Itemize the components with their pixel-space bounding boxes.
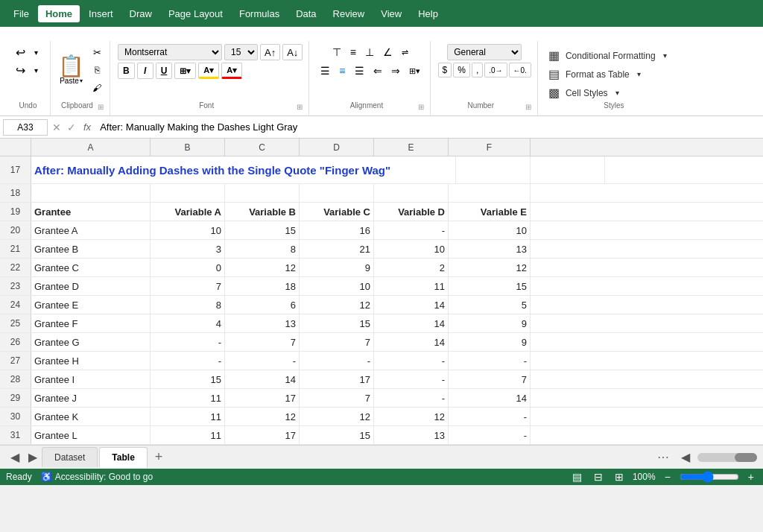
cell-b27[interactable]: - xyxy=(151,352,225,370)
currency-btn[interactable]: $ xyxy=(438,63,452,77)
cell-d20[interactable]: 16 xyxy=(300,221,374,239)
cell-f28[interactable]: 7 xyxy=(449,370,531,388)
cut-button[interactable]: ✂ xyxy=(90,44,104,60)
cell-c31[interactable]: 17 xyxy=(225,426,300,444)
font-color-button[interactable]: A▾ xyxy=(221,63,242,79)
col-header-d[interactable]: D xyxy=(300,139,374,156)
increase-indent-btn[interactable]: ⇒ xyxy=(387,63,404,79)
cell-a22[interactable]: Grantee C xyxy=(31,259,151,276)
cell-e30[interactable]: 12 xyxy=(374,408,449,425)
menu-page-layout[interactable]: Page Layout xyxy=(161,5,230,22)
cell-b28[interactable]: 15 xyxy=(151,370,225,388)
cell-c29[interactable]: 17 xyxy=(225,389,300,407)
decrease-indent-btn[interactable]: ⇐ xyxy=(370,63,386,79)
cell-a29[interactable]: Grantee J xyxy=(31,389,151,407)
sheet-nav-next[interactable]: ▶ xyxy=(24,449,42,466)
underline-button[interactable]: U xyxy=(156,63,173,79)
cell-b23[interactable]: 7 xyxy=(151,277,225,295)
normal-view-btn[interactable]: ▤ xyxy=(569,469,585,484)
cell-f21[interactable]: 13 xyxy=(449,240,531,258)
cell-c20[interactable]: 15 xyxy=(225,221,300,239)
font-expand[interactable]: ⊞ xyxy=(297,103,303,111)
align-left-btn[interactable]: ☰ xyxy=(317,63,334,79)
align-right-btn[interactable]: ☰ xyxy=(351,63,368,79)
cell-f18[interactable] xyxy=(449,184,531,202)
col-header-f[interactable]: F xyxy=(449,139,531,156)
cell-d19[interactable]: Variable C xyxy=(300,203,374,221)
cell-f24[interactable]: 5 xyxy=(449,296,531,314)
cell-f30[interactable]: - xyxy=(449,408,531,425)
percent-btn[interactable]: % xyxy=(453,63,470,77)
cell-d22[interactable]: 9 xyxy=(300,259,374,276)
page-layout-btn[interactable]: ⊟ xyxy=(591,469,606,484)
cell-b30[interactable]: 11 xyxy=(151,408,225,425)
merge-btn[interactable]: ⊞▾ xyxy=(405,63,424,79)
cell-a21[interactable]: Grantee B xyxy=(31,240,151,258)
menu-view[interactable]: View xyxy=(373,5,409,22)
number-expand[interactable]: ⊞ xyxy=(525,103,531,111)
cell-a18[interactable] xyxy=(31,184,151,202)
cell-f25[interactable]: 9 xyxy=(449,314,531,332)
cell-b29[interactable]: 11 xyxy=(151,389,225,407)
cell-e29[interactable]: - xyxy=(374,389,449,407)
cell-d25[interactable]: 15 xyxy=(300,314,374,332)
cell-e27[interactable]: - xyxy=(374,352,449,370)
cell-a28[interactable]: Grantee I xyxy=(31,370,151,388)
cell-e21[interactable]: 10 xyxy=(374,240,449,258)
cell-e31[interactable]: 13 xyxy=(374,426,449,444)
menu-home[interactable]: Home xyxy=(38,5,80,22)
align-center-btn[interactable]: ≡ xyxy=(335,63,349,79)
cell-reference-input[interactable] xyxy=(3,119,48,136)
cell-a30[interactable]: Grantee K xyxy=(31,408,151,425)
paste-button[interactable]: 📋 Paste▾ xyxy=(58,56,84,85)
cell-d23[interactable]: 10 xyxy=(300,277,374,295)
cell-c18[interactable] xyxy=(225,184,300,202)
copy-button[interactable]: ⎘ xyxy=(90,62,104,78)
cell-a25[interactable]: Grantee F xyxy=(31,314,151,332)
cell-c25[interactable]: 13 xyxy=(225,314,300,332)
cell-d28[interactable]: 17 xyxy=(300,370,374,388)
comma-btn[interactable]: , xyxy=(472,63,483,77)
cell-c27[interactable]: - xyxy=(225,352,300,370)
fill-color-button[interactable]: A▾ xyxy=(198,63,219,79)
conditional-formatting-btn[interactable]: ▦ Conditional Formatting ▾ xyxy=(545,47,670,64)
border-button[interactable]: ⊞▾ xyxy=(174,63,196,79)
cell-a17[interactable]: After: Manually Adding Dashes with the S… xyxy=(31,156,456,183)
redo-dropdown[interactable]: ▾ xyxy=(31,62,42,78)
cell-a24[interactable]: Grantee E xyxy=(31,296,151,314)
font-family-select[interactable]: Montserrat xyxy=(118,44,222,60)
cell-d31[interactable]: 15 xyxy=(300,426,374,444)
cell-c30[interactable]: 12 xyxy=(225,408,300,425)
cell-d30[interactable]: 12 xyxy=(300,408,374,425)
sheet-nav-prev[interactable]: ◀ xyxy=(6,449,24,466)
menu-review[interactable]: Review xyxy=(326,5,373,22)
menu-insert[interactable]: Insert xyxy=(81,5,121,22)
cell-b25[interactable]: 4 xyxy=(151,314,225,332)
cell-f31[interactable]: - xyxy=(449,426,531,444)
cell-d21[interactable]: 21 xyxy=(300,240,374,258)
bold-button[interactable]: B xyxy=(118,63,135,79)
cell-f20[interactable]: 10 xyxy=(449,221,531,239)
sheet-tab-table[interactable]: Table xyxy=(99,447,147,468)
cell-e19[interactable]: Variable D xyxy=(374,203,449,221)
cell-e26[interactable]: 14 xyxy=(374,333,449,351)
cell-c19[interactable]: Variable B xyxy=(225,203,300,221)
menu-formulas[interactable]: Formulas xyxy=(232,5,287,22)
col-header-b[interactable]: B xyxy=(151,139,225,156)
page-break-btn[interactable]: ⊞ xyxy=(612,469,627,484)
cell-d24[interactable]: 12 xyxy=(300,296,374,314)
undo-dropdown[interactable]: ▾ xyxy=(31,44,42,60)
cell-b24[interactable]: 8 xyxy=(151,296,225,314)
cell-c22[interactable]: 12 xyxy=(225,259,300,276)
cell-c24[interactable]: 6 xyxy=(225,296,300,314)
decrease-font-btn[interactable]: A↓ xyxy=(282,44,303,60)
cell-d26[interactable]: 7 xyxy=(300,333,374,351)
cell-a26[interactable]: Grantee G xyxy=(31,333,151,351)
cell-f19[interactable]: Variable E xyxy=(449,203,531,221)
sheet-tab-dataset[interactable]: Dataset xyxy=(42,447,98,467)
align-top-btn[interactable]: ⊤ xyxy=(329,44,345,60)
align-middle-btn[interactable]: ≡ xyxy=(346,44,360,60)
cell-e18[interactable] xyxy=(374,184,449,202)
cell-f26[interactable]: 9 xyxy=(449,333,531,351)
cell-styles-btn[interactable]: ▩ Cell Styles ▾ xyxy=(545,84,622,101)
